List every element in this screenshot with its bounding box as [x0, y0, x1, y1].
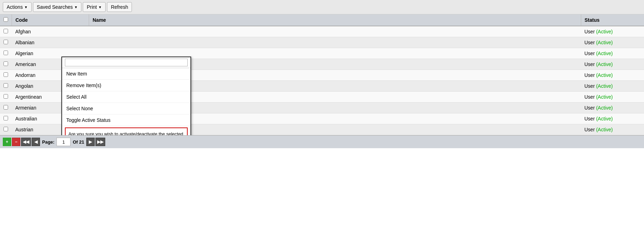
- row-checkbox-cell: [0, 124, 12, 135]
- row-status: User (Active): [581, 70, 644, 81]
- table-container: Code Name Status Afghan User (Active) Al…: [0, 14, 644, 135]
- row-status: User (Active): [581, 103, 644, 113]
- toolbar: Actions ▼ Saved Searches ▼ Print ▼ Refre…: [0, 0, 644, 14]
- table-row: Albanian User (Active): [0, 37, 644, 48]
- row-status: User (Active): [581, 37, 644, 48]
- table-row: Afghan User (Active): [0, 26, 644, 37]
- table-header-row: Code Name Status: [0, 14, 644, 26]
- actions-dropdown-menu: New Item Remove Item(s) Select All Selec…: [61, 57, 191, 135]
- row-checkbox-cell: [0, 37, 12, 48]
- dropdown-search-row: [62, 57, 190, 68]
- header-name-col: Name: [89, 14, 581, 26]
- menu-item-remove[interactable]: Remove Item(s): [62, 80, 190, 91]
- menu-item-toggle-active[interactable]: Toggle Active Status: [62, 114, 190, 126]
- row-status: User (Active): [581, 59, 644, 70]
- row-checkbox-cell: [0, 70, 12, 81]
- dropdown-search-input[interactable]: [65, 59, 188, 66]
- page-label: Page:: [42, 139, 54, 145]
- status-active: (Active): [596, 127, 612, 132]
- status-user: User: [584, 61, 596, 67]
- print-label: Print: [87, 4, 97, 10]
- remove-record-button[interactable]: −: [12, 138, 20, 146]
- row-checkbox[interactable]: [4, 72, 8, 77]
- status-active: (Active): [596, 51, 612, 56]
- row-checkbox-cell: [0, 59, 12, 70]
- refresh-button[interactable]: Refresh: [107, 2, 132, 12]
- row-status: User (Active): [581, 124, 644, 135]
- actions-label: Actions: [7, 4, 23, 10]
- row-checkbox[interactable]: [4, 116, 8, 120]
- status-user: User: [584, 83, 596, 89]
- row-status: User (Active): [581, 81, 644, 92]
- status-active: (Active): [596, 94, 612, 100]
- row-name: [89, 37, 581, 48]
- row-status: User (Active): [581, 48, 644, 59]
- status-active: (Active): [596, 83, 612, 89]
- row-checkbox-cell: [0, 92, 12, 103]
- actions-arrow-icon: ▼: [24, 5, 28, 9]
- last-page-button[interactable]: ▶▶: [95, 138, 105, 146]
- status-active: (Active): [596, 40, 612, 45]
- status-user: User: [584, 94, 596, 100]
- menu-item-select-none[interactable]: Select None: [62, 103, 190, 114]
- row-name: [89, 26, 581, 37]
- row-checkbox[interactable]: [4, 29, 8, 33]
- row-status: User (Active): [581, 92, 644, 103]
- status-user: User: [584, 40, 596, 45]
- row-checkbox[interactable]: [4, 94, 8, 99]
- status-user: User: [584, 29, 596, 34]
- header-checkbox-col: [0, 14, 12, 26]
- select-all-checkbox[interactable]: [4, 17, 8, 22]
- status-user: User: [584, 51, 596, 56]
- confirm-text: Are you sure you wish to activate/deacti…: [68, 131, 184, 135]
- page-number-input[interactable]: [56, 138, 71, 146]
- status-user: User: [584, 72, 596, 78]
- row-checkbox[interactable]: [4, 40, 8, 44]
- row-checkbox-cell: [0, 103, 12, 113]
- saved-searches-label: Saved Searches: [37, 4, 73, 10]
- row-checkbox-cell: [0, 48, 12, 59]
- add-record-button[interactable]: +: [3, 138, 11, 146]
- row-code: Albanian: [12, 37, 89, 48]
- menu-item-new[interactable]: New Item: [62, 68, 190, 80]
- row-status: User (Active): [581, 113, 644, 124]
- of-label: Of 21: [73, 139, 84, 145]
- saved-searches-arrow-icon: ▼: [74, 5, 78, 9]
- status-active: (Active): [596, 105, 612, 111]
- first-page-button[interactable]: ◀◀: [21, 138, 31, 146]
- menu-item-select-all[interactable]: Select All: [62, 91, 190, 103]
- row-checkbox[interactable]: [4, 61, 8, 66]
- saved-searches-button[interactable]: Saved Searches ▼: [33, 2, 82, 12]
- row-checkbox[interactable]: [4, 51, 8, 55]
- header-code-col: Code: [12, 14, 89, 26]
- confirm-box: Are you sure you wish to activate/deacti…: [65, 127, 188, 135]
- print-arrow-icon: ▼: [98, 5, 102, 9]
- row-checkbox-cell: [0, 81, 12, 92]
- status-user: User: [584, 105, 596, 111]
- status-active: (Active): [596, 72, 612, 78]
- status-active: (Active): [596, 29, 612, 34]
- row-checkbox[interactable]: [4, 127, 8, 131]
- pagination-bar: + − ◀◀ ◀ Page: Of 21 ▶ ▶▶: [0, 135, 644, 148]
- row-checkbox[interactable]: [4, 83, 8, 88]
- row-checkbox-cell: [0, 26, 12, 37]
- status-user: User: [584, 116, 596, 121]
- row-checkbox-cell: [0, 113, 12, 124]
- prev-page-button[interactable]: ◀: [32, 138, 40, 146]
- print-button[interactable]: Print ▼: [83, 2, 106, 12]
- row-code: Afghan: [12, 26, 89, 37]
- status-active: (Active): [596, 116, 612, 121]
- row-checkbox[interactable]: [4, 105, 8, 110]
- refresh-label: Refresh: [111, 4, 128, 10]
- actions-button[interactable]: Actions ▼: [3, 2, 32, 12]
- header-status-col: Status: [581, 14, 644, 26]
- status-user: User: [584, 127, 596, 132]
- next-page-button[interactable]: ▶: [86, 138, 95, 146]
- status-active: (Active): [596, 61, 612, 67]
- row-status: User (Active): [581, 26, 644, 37]
